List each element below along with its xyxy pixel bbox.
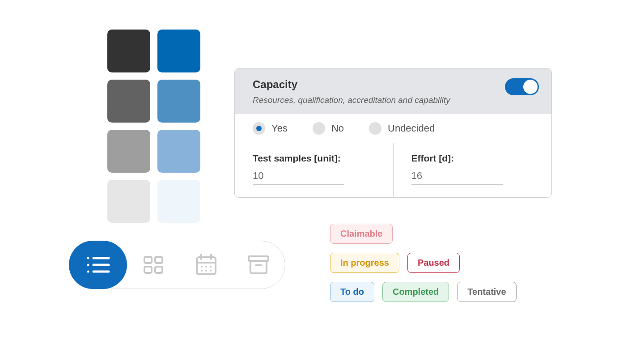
switcher-grid[interactable] [127,241,180,289]
switcher-list[interactable] [69,241,127,289]
switcher-calendar[interactable] [180,241,233,289]
chip-completed[interactable]: Completed [382,282,449,302]
toggle-knob [523,80,538,94]
svg-rect-8 [144,267,152,273]
swatch-blue-light [157,130,200,173]
calendar-icon [194,253,218,277]
capacity-fields: Test samples [unit]: 10 Effort [d]: 16 [235,143,551,197]
chip-in-progress[interactable]: In progress [330,253,399,273]
swatch-dark [107,30,150,72]
chip-paused[interactable]: Paused [407,253,460,273]
svg-point-15 [205,266,207,268]
radio-yes-label: Yes [271,123,288,134]
grid-icon [143,254,164,276]
capacity-card-header: Capacity Resources, qualification, accre… [235,68,551,114]
radio-no-label: No [331,123,344,134]
svg-rect-7 [155,257,162,263]
radio-circle-icon [313,122,325,135]
archive-icon [246,253,271,277]
capacity-radio-group: Yes No Undecided [235,114,551,143]
svg-point-18 [205,270,207,272]
list-icon [85,255,110,275]
capacity-subtitle: Resources, qualification, accreditation … [253,95,450,105]
field-effort: Effort [d]: 16 [393,143,552,197]
radio-circle-icon [369,122,381,135]
svg-point-17 [201,270,203,272]
status-chip-group: Claimable In progress Paused To do Compl… [330,224,517,302]
chip-to-do[interactable]: To do [330,282,374,302]
svg-rect-20 [249,256,268,261]
chip-tentative[interactable]: Tentative [457,282,516,302]
svg-point-4 [87,271,89,273]
svg-rect-6 [144,257,152,263]
radio-no[interactable]: No [313,122,344,135]
radio-undecided-label: Undecided [388,123,435,134]
field-effort-label: Effort [d]: [411,153,534,164]
swatch-blue-mid [157,80,200,123]
swatch-primary [157,30,200,72]
svg-point-19 [210,270,212,272]
radio-undecided[interactable]: Undecided [369,122,435,135]
view-switcher [69,241,285,289]
field-effort-value[interactable]: 16 [411,170,503,185]
switcher-archive[interactable] [232,241,285,289]
swatch-gray-pale [107,180,150,223]
chip-claimable[interactable]: Claimable [330,224,393,244]
svg-point-2 [87,264,89,266]
swatch-gray-light [107,130,150,173]
radio-circle-icon [253,122,265,135]
svg-rect-9 [155,267,162,273]
capacity-toggle[interactable] [505,78,539,95]
svg-point-16 [210,266,212,268]
svg-point-0 [87,257,89,259]
capacity-title: Capacity [253,78,450,91]
capacity-card: Capacity Resources, qualification, accre… [234,68,552,198]
swatch-gray [107,80,150,123]
field-test-samples-label: Test samples [unit]: [253,153,375,164]
svg-point-14 [201,266,203,268]
swatch-blue-pale [157,180,200,223]
color-palette [107,30,200,223]
radio-yes[interactable]: Yes [253,122,288,135]
field-test-samples-value[interactable]: 10 [253,170,344,185]
field-test-samples: Test samples [unit]: 10 [235,143,393,197]
